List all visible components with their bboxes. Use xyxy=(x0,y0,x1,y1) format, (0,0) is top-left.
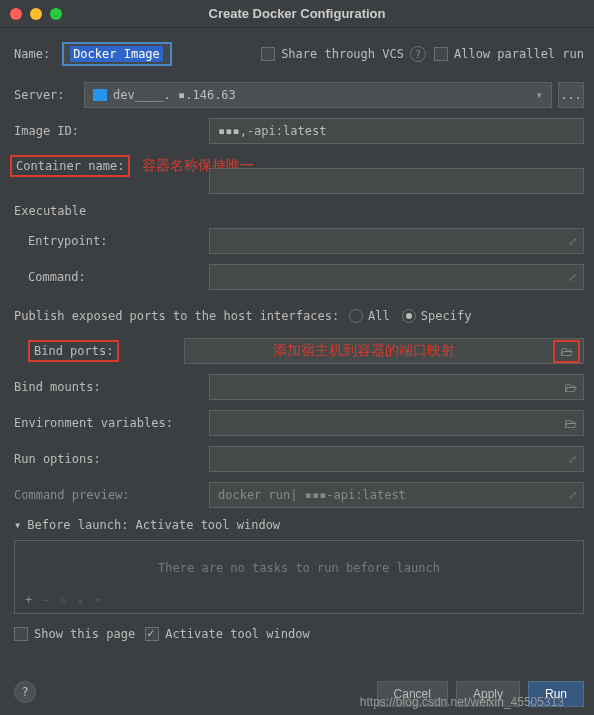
server-more-button[interactable]: ... xyxy=(558,82,584,108)
tasks-empty-text: There are no tasks to run before launch xyxy=(25,561,573,575)
add-button[interactable]: + xyxy=(25,593,32,607)
before-launch-header[interactable]: ▾ Before launch: Activate tool window xyxy=(14,518,584,532)
container-name-input[interactable] xyxy=(209,168,584,194)
name-row: Name: Docker Image Share through VCS ? A… xyxy=(14,42,584,66)
folder-icon[interactable]: 🗁 xyxy=(553,340,580,363)
port-annotation: 添加宿主机到容器的端口映射 xyxy=(273,342,455,360)
container-name-label: Container name: xyxy=(10,155,130,177)
executable-header: Executable xyxy=(14,204,584,218)
entrypoint-label: Entrypoint: xyxy=(28,234,209,248)
command-input[interactable]: ⤢ xyxy=(209,264,584,290)
allow-parallel-label: Allow parallel run xyxy=(454,47,584,61)
radio-specify-label: Specify xyxy=(421,309,472,323)
activate-label: Activate tool window xyxy=(165,627,310,641)
remove-button: − xyxy=(42,593,49,607)
bind-mounts-input[interactable]: 🗁 xyxy=(209,374,584,400)
command-label: Command: xyxy=(28,270,209,284)
server-select[interactable]: dev____. ▪.146.63 xyxy=(84,82,552,108)
entrypoint-input[interactable]: ⤢ xyxy=(209,228,584,254)
up-button: ▴ xyxy=(77,593,84,607)
tasks-toolbar: + − ✎ ▴ ▾ xyxy=(25,593,573,607)
folder-icon[interactable]: 🗁 xyxy=(564,416,577,431)
bind-ports-input[interactable]: 添加宿主机到容器的端口映射 🗁 xyxy=(184,338,584,364)
env-vars-input[interactable]: 🗁 xyxy=(209,410,584,436)
expand-icon[interactable]: ⤢ xyxy=(568,453,577,466)
help-button[interactable]: ? xyxy=(14,681,36,703)
folder-icon[interactable]: 🗁 xyxy=(564,380,577,395)
tasks-box: There are no tasks to run before launch … xyxy=(14,540,584,614)
watermark: https://blog.csdn.net/weixin_45505313 xyxy=(360,695,564,709)
run-options-input[interactable]: ⤢ xyxy=(209,446,584,472)
help-icon[interactable]: ? xyxy=(410,46,426,62)
radio-specify[interactable] xyxy=(402,309,416,323)
chevron-down-icon: ▾ xyxy=(14,518,21,532)
publish-label: Publish exposed ports to the host interf… xyxy=(14,309,339,323)
run-options-label: Run options: xyxy=(14,452,209,466)
command-preview-label: Command preview: xyxy=(14,488,209,502)
titlebar: Create Docker Configuration xyxy=(0,0,594,28)
radio-all-label: All xyxy=(368,309,390,323)
expand-icon[interactable]: ⤢ xyxy=(568,235,577,248)
env-vars-label: Environment variables: xyxy=(14,416,209,430)
edit-button: ✎ xyxy=(59,593,66,607)
show-page-checkbox[interactable] xyxy=(14,627,28,641)
name-input[interactable]: Docker Image xyxy=(62,42,172,66)
allow-parallel-checkbox[interactable] xyxy=(434,47,448,61)
command-preview: docker run| ▪▪▪-api:latest ⤢ xyxy=(209,482,584,508)
share-vcs-checkbox[interactable] xyxy=(261,47,275,61)
name-label: Name: xyxy=(14,47,50,61)
docker-icon xyxy=(93,89,107,101)
radio-all[interactable] xyxy=(349,309,363,323)
expand-icon[interactable]: ⤢ xyxy=(568,489,577,502)
expand-icon[interactable]: ⤢ xyxy=(568,271,577,284)
activate-checkbox[interactable] xyxy=(145,627,159,641)
server-label: Server: xyxy=(14,88,84,102)
image-id-input[interactable]: ▪▪▪,-api:latest xyxy=(209,118,584,144)
bind-mounts-label: Bind mounts: xyxy=(14,380,209,394)
down-button: ▾ xyxy=(94,593,101,607)
bind-ports-label: Bind ports: xyxy=(28,340,119,362)
share-vcs-label: Share through VCS xyxy=(281,47,404,61)
window-title: Create Docker Configuration xyxy=(0,6,594,21)
image-id-label: Image ID: xyxy=(14,124,209,138)
show-page-label: Show this page xyxy=(34,627,135,641)
